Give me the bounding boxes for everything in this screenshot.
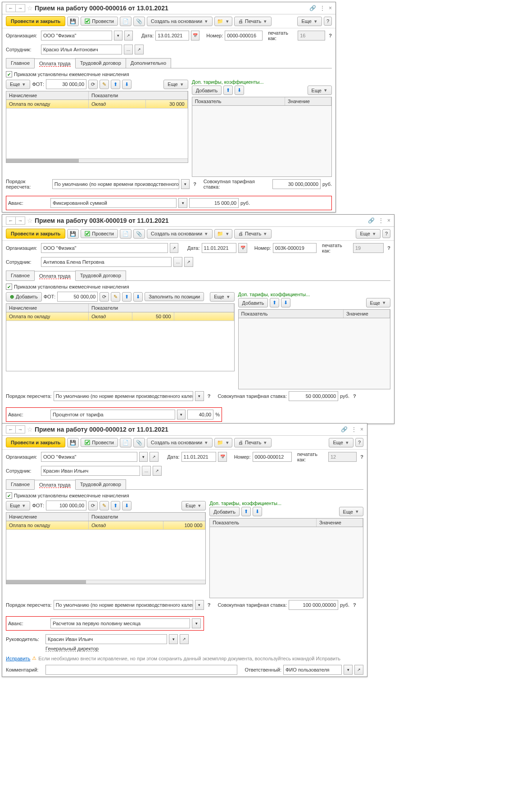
more-button[interactable]: Еще▾: [6, 501, 30, 510]
ellipsis-icon[interactable]: …: [173, 257, 182, 267]
more-button[interactable]: Еще▾: [297, 17, 322, 26]
tab-extra[interactable]: Дополнительно: [126, 58, 171, 68]
forward-button[interactable]: →: [15, 217, 25, 225]
org-input[interactable]: ООО "Физика": [41, 452, 137, 462]
help-button[interactable]: ?: [382, 229, 390, 238]
doc-button[interactable]: 📄: [120, 438, 131, 447]
monthly-checkbox[interactable]: ✔Приказом установлены ежемесячные начисл…: [6, 492, 129, 499]
fot-input[interactable]: 30 000,00: [46, 79, 86, 89]
up-button[interactable]: ⬆: [111, 501, 120, 510]
tab-main[interactable]: Главное: [6, 271, 35, 280]
link-icon[interactable]: 🔗: [309, 5, 316, 11]
dop-tarif-link[interactable]: Доп. тарифы, коэффициенты...: [238, 292, 310, 297]
open-icon[interactable]: ↗: [354, 665, 363, 675]
dropdown-icon[interactable]: ▾: [177, 410, 186, 420]
post-button[interactable]: Провести: [81, 229, 118, 238]
create-based-button[interactable]: Создать на основании▾: [147, 17, 213, 26]
help-icon[interactable]: ?: [208, 393, 211, 399]
back-button[interactable]: ←: [6, 4, 16, 12]
tab-contract[interactable]: Трудовой договор: [75, 58, 126, 68]
add-button[interactable]: Добавить: [238, 298, 268, 307]
dropdown-icon[interactable]: ▾: [344, 665, 353, 675]
help-icon[interactable]: ?: [387, 245, 390, 251]
help-button[interactable]: ?: [355, 438, 363, 447]
more-button[interactable]: Еще▾: [210, 292, 234, 302]
dropdown-icon[interactable]: ▾: [195, 391, 204, 401]
more-button[interactable]: Еще▾: [329, 438, 353, 447]
more-button[interactable]: Еще▾: [366, 298, 390, 307]
dropdown-icon[interactable]: ▾: [192, 618, 201, 628]
open-icon[interactable]: ↗: [170, 243, 178, 253]
dropdown-icon[interactable]: ▾: [195, 600, 204, 610]
down-button[interactable]: ⬇: [122, 80, 131, 89]
add-button[interactable]: Добавить: [192, 86, 222, 95]
number-input[interactable]: 0000-000016: [225, 31, 263, 41]
down-button[interactable]: ⬇: [133, 292, 143, 302]
monthly-checkbox[interactable]: ✔Приказом установлены ежемесячные начисл…: [6, 71, 129, 77]
edit-button[interactable]: ✎: [100, 80, 109, 89]
help-icon[interactable]: ?: [353, 393, 356, 399]
scrollbar[interactable]: [6, 158, 188, 162]
comment-input[interactable]: [45, 665, 237, 675]
open-icon[interactable]: ↗: [184, 257, 193, 267]
star-icon[interactable]: ☆: [27, 5, 33, 12]
refresh-button[interactable]: ⟳: [88, 80, 98, 89]
print-button[interactable]: 🖨 Печать▾: [234, 229, 272, 239]
more-button[interactable]: Еще▾: [181, 501, 206, 510]
tab-pay[interactable]: Оплата труда: [34, 480, 76, 490]
doc-button[interactable]: 📄: [120, 229, 131, 239]
advance-value-input[interactable]: 40,00: [187, 410, 213, 420]
emp-input[interactable]: Антипова Елена Петровна: [41, 257, 172, 267]
refresh-button[interactable]: ⟳: [100, 292, 109, 302]
open-icon[interactable]: ↗: [124, 31, 133, 41]
menu-icon[interactable]: ⋮: [378, 217, 384, 224]
fix-link[interactable]: Исправить: [6, 656, 30, 661]
help-icon[interactable]: ?: [193, 181, 196, 187]
up-button[interactable]: ⬆: [111, 80, 120, 89]
add-button[interactable]: ⊕ Добавить: [6, 292, 42, 302]
help-icon[interactable]: ?: [208, 602, 211, 608]
cumul-input[interactable]: 50 000,00000: [289, 391, 338, 401]
post-close-button[interactable]: Провести и закрыть: [6, 16, 65, 26]
calendar-icon[interactable]: 📅: [218, 452, 227, 462]
fot-input[interactable]: 100 000,00: [46, 501, 86, 510]
help-button[interactable]: ?: [324, 17, 332, 26]
up-button[interactable]: ⬆: [223, 86, 233, 95]
menu-icon[interactable]: ⋮: [320, 5, 325, 11]
forward-button[interactable]: →: [15, 4, 25, 12]
edit-button[interactable]: ✎: [100, 501, 109, 510]
tab-pay[interactable]: Оплата труда: [34, 271, 76, 281]
open-icon[interactable]: ↗: [153, 466, 162, 476]
advance-type-input[interactable]: Расчетом за первую половину месяца: [50, 618, 190, 628]
cumul-input[interactable]: 100 000,00000: [289, 600, 338, 610]
emp-input[interactable]: Краско Илья Антонович: [41, 45, 122, 54]
fill-pos-button[interactable]: Заполнить по позиции: [145, 292, 204, 301]
folder-button[interactable]: 📁▾: [214, 438, 232, 447]
scrollbar[interactable]: [6, 580, 205, 584]
down-button[interactable]: ⬇: [253, 507, 262, 516]
post-button[interactable]: Провести: [81, 17, 118, 26]
edit-button[interactable]: ✎: [111, 292, 120, 302]
more-button[interactable]: Еще▾: [163, 80, 188, 89]
tab-contract[interactable]: Трудовой договор: [75, 479, 126, 489]
print-button[interactable]: 🖨 Печать▾: [234, 438, 272, 447]
org-input[interactable]: ООО "Физика": [41, 31, 112, 41]
post-button[interactable]: Провести: [81, 438, 118, 447]
more-button[interactable]: Еще▾: [356, 229, 380, 239]
save-button[interactable]: 💾: [67, 438, 79, 447]
save-button[interactable]: 💾: [67, 229, 79, 239]
tab-main[interactable]: Главное: [6, 479, 35, 489]
resp-input[interactable]: ФИО пользователя: [283, 665, 342, 675]
table-row[interactable]: Оплата по окладу Оклад 30 000: [6, 100, 188, 108]
cumul-input[interactable]: 30 000,00000: [272, 179, 321, 189]
link-icon[interactable]: 🔗: [341, 426, 348, 433]
close-icon[interactable]: ×: [329, 5, 332, 11]
help-icon[interactable]: ?: [360, 454, 363, 460]
back-button[interactable]: ←: [6, 217, 16, 225]
number-input[interactable]: 003К-000019: [273, 243, 317, 253]
attach-button[interactable]: 📎: [133, 17, 145, 26]
open-icon[interactable]: ↗: [135, 45, 144, 54]
calendar-icon[interactable]: 📅: [238, 243, 247, 253]
create-based-button[interactable]: Создать на основании▾: [147, 438, 213, 447]
help-icon[interactable]: ?: [353, 602, 356, 608]
